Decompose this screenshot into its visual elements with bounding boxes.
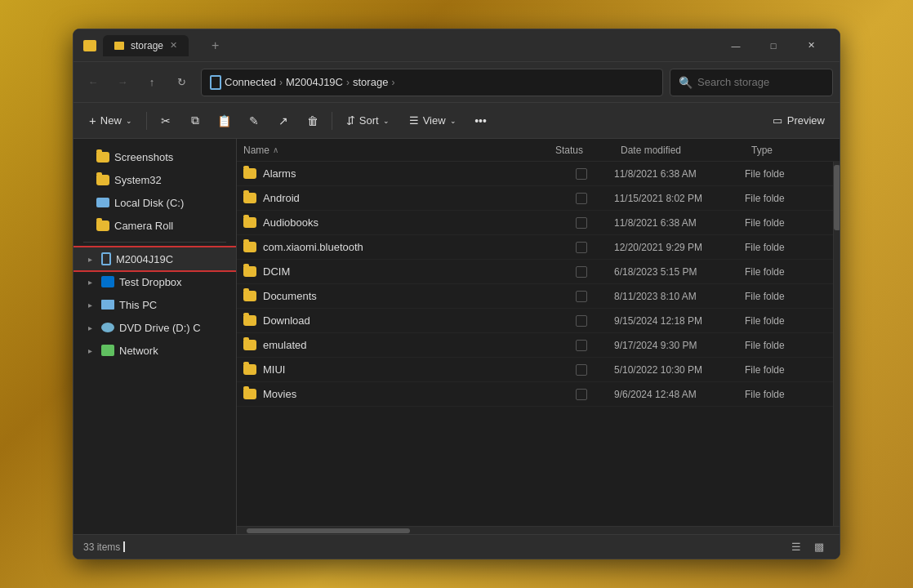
chevron-right-icon: ▸	[83, 252, 96, 265]
view-icon: ☰	[409, 114, 419, 127]
vertical-scrollbar[interactable]	[833, 162, 840, 526]
file-status	[549, 291, 614, 302]
addressbar: ← → ↑ ↻ Connected › M2004J19C › storage …	[73, 62, 840, 103]
view-label: View	[423, 114, 446, 127]
table-row[interactable]: Alarms 11/8/2021 6:38 AM File folde	[237, 162, 833, 186]
horizontal-scrollbar[interactable]	[237, 526, 840, 534]
new-chevron-icon: ⌄	[126, 117, 132, 125]
folder-icon	[243, 389, 256, 399]
back-button[interactable]: ←	[80, 69, 106, 96]
sidebar-label-local-disk: Local Disk (C:)	[114, 197, 184, 209]
close-button[interactable]: ✕	[792, 33, 830, 59]
breadcrumb-item-storage[interactable]: storage	[353, 76, 388, 88]
table-row[interactable]: com.xiaomi.bluetooth 12/20/2021 9:29 PM …	[237, 235, 833, 260]
col-header-name[interactable]: Name ∧	[243, 145, 555, 156]
sidebar-item-test-dropbox[interactable]: ▸ Test Dropbox	[73, 270, 236, 293]
sidebar-label-network: Network	[119, 345, 158, 357]
more-button[interactable]: •••	[467, 108, 495, 134]
table-row[interactable]: Android 11/15/2021 8:02 PM File folde	[237, 186, 833, 211]
tab-add-icon[interactable]: +	[205, 38, 225, 53]
breadcrumb-item-device[interactable]: M2004J19C	[286, 76, 343, 88]
rename-button[interactable]: ✎	[240, 108, 268, 134]
breadcrumb-bar[interactable]: Connected › M2004J19C › storage ›	[201, 69, 663, 96]
sidebar-item-this-pc[interactable]: ▸ This PC	[73, 293, 236, 316]
file-name: Android	[263, 192, 549, 204]
file-date: 12/20/2021 9:29 PM	[614, 242, 745, 253]
copy-button[interactable]: ⧉	[181, 108, 209, 134]
sidebar-item-m2004j19c[interactable]: ▸ M2004J19C	[73, 247, 236, 270]
breadcrumb-connected-label: Connected	[225, 76, 276, 88]
forward-button[interactable]: →	[109, 69, 136, 96]
search-icon: 🔍	[679, 76, 693, 89]
sidebar-item-dvd-drive[interactable]: ▸ DVD Drive (D:) C	[73, 316, 236, 339]
sort-chevron-icon: ⌄	[383, 117, 390, 125]
table-row[interactable]: DCIM 6/18/2023 5:15 PM File folde	[237, 260, 833, 284]
search-input[interactable]	[697, 76, 824, 88]
view-toggle-group: ☰ ▩	[786, 538, 830, 556]
refresh-button[interactable]: ↻	[168, 69, 194, 96]
status-icon	[576, 266, 587, 278]
up-button[interactable]: ↑	[139, 69, 165, 96]
preview-button[interactable]: ▭ Preview	[764, 108, 833, 134]
paste-button[interactable]: 📋	[211, 108, 238, 134]
pc-icon	[101, 300, 114, 310]
scrollbar-thumb[interactable]	[834, 165, 840, 230]
sort-label: Sort	[359, 114, 379, 127]
tab-close-icon[interactable]: ✕	[170, 40, 177, 51]
chevron-right-icon: ▸	[83, 298, 96, 311]
sidebar-item-system32[interactable]: System32	[73, 168, 236, 191]
delete-button[interactable]: 🗑	[299, 108, 327, 134]
grid-view-toggle[interactable]: ▩	[808, 538, 830, 556]
file-type: File folde	[745, 340, 826, 351]
table-row[interactable]: emulated 9/17/2024 9:30 PM File folde	[237, 333, 833, 358]
sidebar-label-dvd-drive: DVD Drive (D:) C	[119, 322, 201, 334]
view-button[interactable]: ☰ View ⌄	[400, 108, 465, 134]
sidebar-item-local-disk[interactable]: Local Disk (C:)	[73, 191, 236, 214]
col-status-label: Status	[555, 145, 583, 156]
new-button[interactable]: + New ⌄	[80, 108, 141, 134]
breadcrumb-sep-1: ›	[279, 77, 283, 88]
col-header-date[interactable]: Date modified	[621, 145, 751, 156]
folder-icon	[243, 242, 256, 252]
sort-arrow-icon: ∧	[273, 145, 278, 154]
phone-icon	[101, 252, 111, 265]
folder-icon	[243, 266, 256, 277]
main-area: Screenshots System32 Local Disk (C:) Cam…	[73, 139, 840, 534]
status-item-count: 33 items	[83, 541, 125, 553]
table-row[interactable]: Download 9/15/2024 12:18 PM File folde	[237, 309, 833, 333]
col-name-label: Name	[243, 145, 269, 156]
titlebar-tab[interactable]: storage ✕	[103, 35, 189, 56]
file-date: 9/17/2024 9:30 PM	[614, 340, 745, 351]
sidebar-divider	[83, 242, 226, 243]
col-header-status[interactable]: Status	[555, 145, 621, 156]
sidebar-item-camera-roll[interactable]: Camera Roll	[73, 214, 236, 237]
file-status	[549, 193, 614, 204]
list-view-toggle[interactable]: ☰	[786, 538, 807, 556]
search-box[interactable]: 🔍	[670, 69, 833, 96]
file-type: File folde	[745, 193, 826, 204]
file-date: 11/8/2021 6:38 AM	[614, 168, 745, 180]
breadcrumb-item-connected[interactable]: Connected	[210, 75, 276, 90]
file-type: File folde	[745, 217, 826, 229]
sidebar-item-network[interactable]: ▸ Network	[73, 339, 236, 362]
file-type: File folde	[745, 242, 826, 253]
table-row[interactable]: Documents 8/11/2023 8:10 AM File folde	[237, 284, 833, 309]
h-scrollbar-thumb[interactable]	[247, 528, 410, 533]
col-header-type[interactable]: Type	[751, 145, 833, 156]
maximize-button[interactable]: □	[755, 33, 792, 59]
sidebar-item-screenshots[interactable]: Screenshots	[73, 145, 236, 168]
table-row[interactable]: MIUI 5/10/2022 10:30 PM File folde	[237, 358, 833, 382]
folder-icon	[96, 152, 109, 163]
table-row[interactable]: Audiobooks 11/8/2021 6:38 AM File folde	[237, 211, 833, 235]
minimize-button[interactable]: —	[717, 33, 755, 59]
file-type: File folde	[745, 364, 826, 376]
sort-button[interactable]: ⇵ Sort ⌄	[337, 108, 399, 134]
share-button[interactable]: ↗	[269, 108, 297, 134]
status-icon	[576, 217, 587, 229]
toolbar-divider-1	[146, 112, 147, 130]
table-row[interactable]: Movies 9/6/2024 12:48 AM File folde	[237, 382, 833, 407]
forward-icon: →	[118, 76, 128, 88]
cut-button[interactable]: ✂	[152, 108, 180, 134]
status-icon	[576, 340, 587, 351]
new-plus-icon: +	[89, 114, 96, 127]
